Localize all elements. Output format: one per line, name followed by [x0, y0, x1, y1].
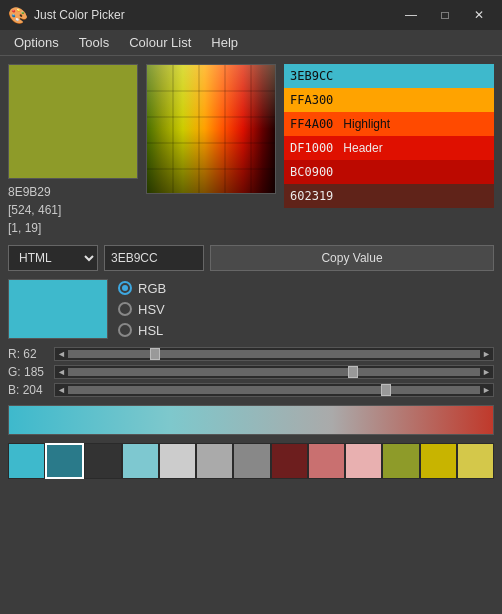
color-list: 3EB9CCFFA300FF4A00HighlightDF1000HeaderB… [284, 64, 494, 237]
slider-fill-g [68, 368, 480, 376]
preview-row: RGB HSV HSL [8, 279, 494, 339]
radio-hsl[interactable]: HSL [118, 323, 166, 338]
swatch[interactable] [84, 443, 121, 479]
menu-colour-list[interactable]: Colour List [119, 32, 201, 53]
menu-options[interactable]: Options [4, 32, 69, 53]
swatch[interactable] [45, 443, 84, 479]
radio-label-hsl: HSL [138, 323, 163, 338]
radio-group: RGB HSV HSL [118, 281, 166, 338]
slider-right-r[interactable]: ► [480, 349, 493, 359]
close-button[interactable]: ✕ [464, 5, 494, 25]
picker-gradient [147, 65, 275, 193]
swatch[interactable] [457, 443, 494, 479]
swatch[interactable] [196, 443, 233, 479]
color-list-hex: DF1000 [290, 141, 333, 155]
gradient-bar[interactable] [8, 405, 494, 435]
swatch[interactable] [8, 443, 45, 479]
swatch[interactable] [159, 443, 196, 479]
radio-rgb[interactable]: RGB [118, 281, 166, 296]
slider-row-r: R: 62 ◄ ► [8, 347, 494, 361]
radio-label-rgb: RGB [138, 281, 166, 296]
color-list-item[interactable]: FF4A00Highlight [284, 112, 494, 136]
color-list-item[interactable]: 3EB9CC [284, 64, 494, 88]
swatch[interactable] [233, 443, 270, 479]
color-list-hex: 3EB9CC [290, 69, 333, 83]
color-list-item[interactable]: FFA300 [284, 88, 494, 112]
hex-display: 8E9B29 [8, 183, 138, 201]
slider-left-r[interactable]: ◄ [55, 349, 68, 359]
slider-left-g[interactable]: ◄ [55, 367, 68, 377]
percent-display: [1, 19] [8, 219, 138, 237]
color-display-area: 8E9B29 [524, 461] [1, 19] [8, 64, 138, 237]
slider-thumb-g[interactable] [348, 366, 358, 378]
large-color-preview [8, 279, 108, 339]
sliders-section: R: 62 ◄ ► G: 185 ◄ ► B: 204 [8, 347, 494, 397]
swatch[interactable] [308, 443, 345, 479]
slider-fill-b [68, 386, 480, 394]
slider-right-b[interactable]: ► [480, 385, 493, 395]
slider-track-g[interactable]: ◄ ► [54, 365, 494, 379]
radio-hsv[interactable]: HSV [118, 302, 166, 317]
color-list-name: Header [343, 141, 382, 155]
slider-left-b[interactable]: ◄ [55, 385, 68, 395]
radio-circle-hsv [118, 302, 132, 316]
color-picker-area[interactable] [146, 64, 276, 194]
swatch[interactable] [382, 443, 419, 479]
slider-fill-r [68, 350, 480, 358]
swatch[interactable] [345, 443, 382, 479]
color-list-hex: FFA300 [290, 93, 333, 107]
slider-thumb-r[interactable] [150, 348, 160, 360]
menu-tools[interactable]: Tools [69, 32, 119, 53]
app-title: Just Color Picker [34, 8, 125, 22]
swatch[interactable] [420, 443, 457, 479]
minimize-button[interactable]: — [396, 5, 426, 25]
swatch[interactable] [271, 443, 308, 479]
picker-grid [147, 65, 275, 193]
radio-circle-hsl [118, 323, 132, 337]
slider-row-b: B: 204 ◄ ► [8, 383, 494, 397]
titlebar-left: 🎨 Just Color Picker [8, 6, 125, 25]
copy-value-button[interactable]: Copy Value [210, 245, 494, 271]
color-list-name: Highlight [343, 117, 390, 131]
radio-label-hsv: HSV [138, 302, 165, 317]
menu-help[interactable]: Help [201, 32, 248, 53]
titlebar: 🎨 Just Color Picker — □ ✕ [0, 0, 502, 30]
slider-label-g: G: 185 [8, 365, 48, 379]
current-color-box [8, 64, 138, 179]
slider-thumb-b[interactable] [381, 384, 391, 396]
slider-label-r: R: 62 [8, 347, 48, 361]
swatch[interactable] [122, 443, 159, 479]
swatches-row [8, 443, 494, 479]
color-info: 8E9B29 [524, 461] [1, 19] [8, 183, 138, 237]
color-list-item[interactable]: 602319 [284, 184, 494, 208]
menubar: Options Tools Colour List Help [0, 30, 502, 56]
hex-input[interactable] [104, 245, 204, 271]
slider-track-b[interactable]: ◄ ► [54, 383, 494, 397]
top-section: 8E9B29 [524, 461] [1, 19] [8, 64, 494, 237]
titlebar-controls: — □ ✕ [396, 5, 494, 25]
coords-display: [524, 461] [8, 201, 138, 219]
color-list-item[interactable]: DF1000Header [284, 136, 494, 160]
slider-track-r[interactable]: ◄ ► [54, 347, 494, 361]
main-content: 8E9B29 [524, 461] [1, 19] [0, 56, 502, 487]
color-list-hex: 602319 [290, 189, 333, 203]
color-list-hex: FF4A00 [290, 117, 333, 131]
slider-right-g[interactable]: ► [480, 367, 493, 377]
slider-row-g: G: 185 ◄ ► [8, 365, 494, 379]
controls-row: HTML HEX RGB HSL Copy Value [8, 245, 494, 271]
maximize-button[interactable]: □ [430, 5, 460, 25]
color-list-hex: BC0900 [290, 165, 333, 179]
radio-circle-rgb [118, 281, 132, 295]
app-icon: 🎨 [8, 6, 28, 25]
format-select[interactable]: HTML HEX RGB HSL [8, 245, 98, 271]
color-list-item[interactable]: BC0900 [284, 160, 494, 184]
slider-label-b: B: 204 [8, 383, 48, 397]
